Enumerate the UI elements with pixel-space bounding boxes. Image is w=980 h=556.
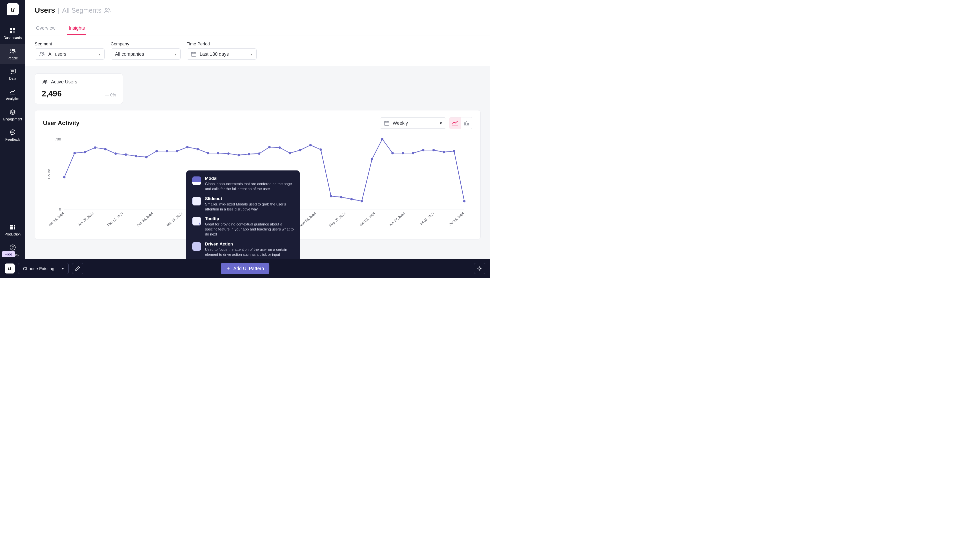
tab-overview[interactable]: Overview — [35, 22, 56, 35]
pattern-title: Tooltip — [205, 216, 294, 221]
app-logo-small[interactable]: u — [5, 263, 15, 273]
app-logo[interactable]: u — [6, 3, 19, 15]
chevron-down-icon: ▾ — [440, 120, 442, 126]
svg-point-80 — [391, 152, 394, 154]
svg-rect-2 — [10, 31, 12, 33]
svg-rect-21 — [12, 228, 13, 230]
svg-point-53 — [114, 152, 117, 155]
svg-text:Jun 17, 2024: Jun 17, 2024 — [388, 212, 406, 227]
sidebar-item-engagement[interactable]: Engagement — [0, 105, 25, 125]
svg-point-73 — [320, 149, 322, 151]
svg-point-68 — [268, 146, 271, 149]
segment-value: All users — [48, 52, 66, 57]
pattern-desc: Global announcements that are centered o… — [205, 181, 294, 191]
svg-rect-17 — [10, 226, 12, 228]
svg-point-74 — [330, 195, 332, 197]
choose-label: Choose Existing — [23, 266, 54, 271]
filter-label-company: Company — [111, 41, 181, 46]
data-icon — [9, 68, 16, 75]
svg-text:May 20, 2024: May 20, 2024 — [328, 212, 347, 228]
tabs: Overview Insights — [35, 22, 481, 35]
chevron-down-icon: ▾ — [175, 52, 176, 56]
svg-point-29 — [42, 52, 44, 54]
svg-point-5 — [13, 49, 15, 51]
edit-button[interactable] — [72, 263, 83, 274]
sidebar-item-dashboards[interactable]: Dashboards — [0, 23, 25, 44]
interval-value: Weekly — [393, 120, 408, 126]
pattern-desc: Great for providing contextual guidance … — [205, 222, 294, 237]
help-icon: ? — [9, 244, 16, 251]
pattern-tooltip[interactable]: Tooltip Great for providing contextual g… — [192, 216, 294, 237]
sidebar-item-feedback[interactable]: Feedback — [0, 125, 25, 145]
people-icon — [9, 48, 16, 54]
settings-button[interactable] — [474, 263, 485, 274]
modal-icon — [192, 176, 201, 185]
pattern-desc: Used to focus the attention of the user … — [205, 247, 294, 257]
production-icon — [9, 224, 16, 231]
metric-change: — 0% — [105, 93, 116, 97]
svg-point-54 — [125, 154, 127, 156]
tab-insights[interactable]: Insights — [67, 22, 86, 35]
add-label: Add UI Pattern — [233, 266, 264, 271]
svg-point-83 — [422, 149, 424, 152]
page-header: Users | All Segments Overview Insights — [25, 0, 490, 36]
sidebar-item-people[interactable]: People — [0, 44, 25, 64]
sidebar-item-production[interactable]: Production — [0, 220, 25, 240]
svg-point-50 — [84, 151, 86, 154]
company-select[interactable]: All companies ▾ — [111, 48, 181, 60]
choose-existing-select[interactable]: Choose Existing ▾ — [18, 263, 69, 274]
pattern-title: Slideout — [205, 196, 294, 201]
company-value: All companies — [115, 52, 144, 57]
svg-point-72 — [309, 144, 312, 146]
sidebar-item-analytics[interactable]: Analytics — [0, 84, 25, 105]
active-users-card: Active Users 2,496 — 0% — [35, 73, 123, 104]
engagement-icon — [9, 109, 16, 115]
svg-text:Count: Count — [47, 169, 51, 179]
time-value: Last 180 days — [200, 52, 229, 57]
svg-rect-41 — [464, 123, 465, 125]
svg-point-82 — [412, 152, 414, 154]
view-toggle — [449, 117, 472, 129]
svg-point-62 — [207, 152, 209, 154]
svg-rect-20 — [10, 228, 12, 230]
time-select[interactable]: Last 180 days ▾ — [187, 48, 257, 60]
pattern-title: Driven Action — [205, 241, 294, 246]
svg-text:0: 0 — [59, 207, 61, 211]
svg-rect-15 — [12, 225, 13, 226]
bar-view-button[interactable] — [461, 117, 472, 129]
sidebar-item-data[interactable]: Data — [0, 64, 25, 84]
sidebar-item-label: Production — [5, 233, 21, 236]
svg-point-66 — [248, 153, 250, 155]
sidebar-item-help[interactable]: ? Get Help — [0, 240, 25, 260]
pattern-modal[interactable]: Modal Global announcements that are cent… — [192, 176, 294, 191]
add-ui-pattern-button[interactable]: ＋ Add UI Pattern — [221, 263, 269, 274]
pattern-driven-action[interactable]: Driven Action Used to focus the attentio… — [192, 241, 294, 257]
people-icon — [39, 52, 45, 57]
svg-rect-1 — [13, 28, 15, 30]
svg-rect-0 — [10, 28, 12, 30]
line-view-button[interactable] — [449, 117, 461, 129]
ui-pattern-popover: Modal Global announcements that are cent… — [186, 170, 300, 262]
chevron-down-icon: ▾ — [251, 52, 252, 56]
svg-point-57 — [155, 150, 158, 152]
svg-point-64 — [227, 152, 230, 155]
svg-text:Feb 26, 2024: Feb 26, 2024 — [136, 212, 154, 227]
svg-point-13 — [13, 132, 14, 133]
svg-point-76 — [350, 198, 353, 200]
segment-select[interactable]: All users ▾ — [35, 48, 105, 60]
tooltip-icon — [192, 217, 201, 225]
svg-point-60 — [186, 146, 189, 149]
svg-text:Mar 11, 2024: Mar 11, 2024 — [166, 212, 184, 227]
svg-point-27 — [108, 9, 110, 10]
svg-point-28 — [40, 52, 42, 54]
pattern-slideout[interactable]: Slideout Smaller, mid-sized Modals used … — [192, 196, 294, 212]
svg-point-52 — [104, 148, 107, 150]
svg-point-48 — [63, 176, 66, 178]
interval-select[interactable]: Weekly ▾ — [380, 117, 446, 129]
people-icon — [104, 8, 111, 13]
hide-badge[interactable]: Hide — [2, 251, 15, 257]
svg-text:Jan 29, 2024: Jan 29, 2024 — [77, 212, 95, 227]
svg-point-61 — [197, 148, 199, 150]
chevron-down-icon: ▾ — [62, 267, 64, 270]
svg-point-87 — [463, 200, 466, 202]
